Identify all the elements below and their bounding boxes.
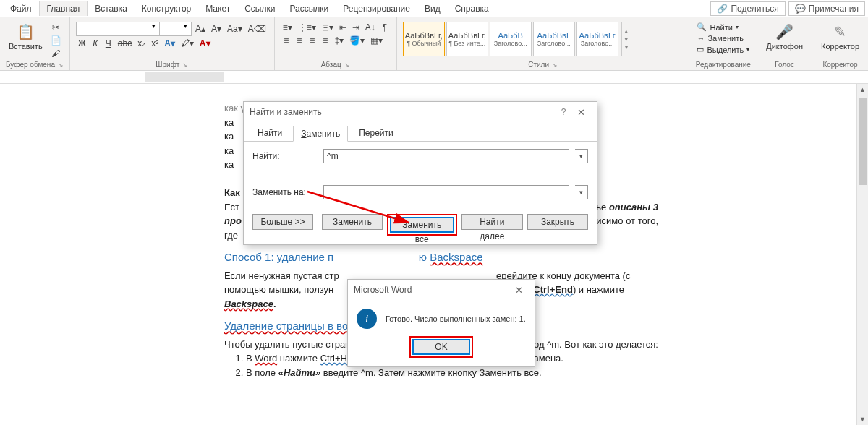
justify-icon[interactable]: ≡ (320, 35, 331, 46)
group-editing: 🔍Найти▾ ↔Заменить ▭Выделить▾ Редактирова… (689, 17, 757, 70)
tab-design[interactable]: Конструктор (135, 1, 198, 16)
show-marks-icon[interactable]: ¶ (379, 22, 391, 33)
tab-review[interactable]: Рецензирование (336, 1, 417, 16)
ruler (0, 71, 868, 84)
dec-indent-icon[interactable]: ⇤ (337, 22, 349, 33)
inc-indent-icon[interactable]: ⇥ (350, 22, 362, 33)
change-case-icon[interactable]: Aa▾ (225, 23, 244, 35)
editor-button[interactable]: ✎ Корректор (818, 22, 862, 52)
replace-label: Заменить на: (252, 187, 318, 197)
close-button[interactable]: Закрыть (527, 214, 588, 230)
align-center-icon[interactable]: ≡ (294, 35, 305, 46)
tab-help[interactable]: Справка (448, 1, 496, 16)
shrink-font-icon[interactable]: A▾ (209, 23, 224, 35)
borders-icon[interactable]: ▦▾ (368, 35, 385, 46)
more-button[interactable]: Больше >> (252, 214, 313, 230)
tab-view[interactable]: Вид (417, 1, 448, 16)
share-button[interactable]: 🔗Поделиться (710, 1, 785, 16)
message-dialog[interactable]: Microsoft Word ✕ i Готово. Число выполне… (347, 279, 535, 367)
italic-button[interactable]: К (90, 38, 101, 49)
comments-button[interactable]: 💬Примечания (788, 1, 865, 16)
paste-button[interactable]: 📋 Вставить (6, 22, 46, 52)
replace-all-button[interactable]: Заменить все (390, 217, 454, 233)
style-item-nospacing[interactable]: АаБбВвГг,¶ Без инте... (446, 22, 488, 56)
align-left-icon[interactable]: ≡ (281, 35, 292, 46)
numbering-icon[interactable]: ⋮≡▾ (296, 22, 318, 33)
styles-gallery[interactable]: АаБбВвГг,¶ Обычный АаБбВвГг,¶ Без инте..… (403, 22, 618, 56)
subscript-button[interactable]: x₂ (135, 38, 148, 49)
share-icon: 🔗 (717, 4, 728, 14)
align-right-icon[interactable]: ≡ (307, 35, 318, 46)
mic-icon: 🎤 (775, 23, 793, 40)
group-clipboard: 📋 Вставить ✂ 📄 🖌 Буфер обмена↘ (0, 17, 70, 70)
replace-input[interactable] (323, 185, 569, 199)
help-icon[interactable]: ? (556, 107, 571, 117)
group-paragraph: ≡▾ ⋮≡▾ ⊟▾ ⇤ ⇥ A↓ ¶ ≡ ≡ ≡ ≡ ‡▾ 🪣▾ ▦▾ Абза… (275, 17, 397, 70)
tab-mailings[interactable]: Рассылки (282, 1, 336, 16)
superscript-button[interactable]: x² (149, 38, 161, 49)
multilevel-icon[interactable]: ⊟▾ (320, 22, 336, 33)
find-dialog-tabs: ННайтиайти ЗаменитьЗаменить ПерейтиПерей… (244, 122, 597, 142)
highlight-icon[interactable]: 🖍▾ (179, 38, 196, 49)
tab-file[interactable]: Файл (3, 1, 39, 16)
launcher-icon[interactable]: ↘ (552, 61, 558, 69)
dialog-titlebar[interactable]: Найти и заменить ? ✕ (244, 102, 597, 122)
gallery-more-icon[interactable]: ▾ (622, 44, 631, 51)
select-button[interactable]: ▭Выделить▾ (695, 44, 751, 55)
replace-history-dropdown[interactable]: ▾ (575, 185, 588, 199)
bullets-icon[interactable]: ≡▾ (281, 22, 294, 33)
dictate-button[interactable]: 🎤 Диктофон (763, 22, 806, 52)
ok-button[interactable]: OK (412, 339, 470, 355)
tab-replace[interactable]: ЗаменитьЗаменить (293, 126, 348, 142)
cut-icon[interactable]: ✂ (48, 22, 64, 33)
format-painter-icon[interactable]: 🖌 (48, 48, 64, 59)
text-effects-icon[interactable]: A▾ (162, 38, 177, 49)
bold-button[interactable]: Ж (76, 38, 88, 49)
find-button[interactable]: 🔍Найти▾ (695, 22, 751, 33)
find-replace-dialog[interactable]: Найти и заменить ? ✕ ННайтиайти Заменить… (243, 101, 597, 245)
scroll-down-icon[interactable]: ▼ (857, 413, 868, 425)
dialog-title: Найти и заменить (250, 107, 322, 117)
gallery-down-icon[interactable]: ▼ (622, 36, 631, 43)
style-item-heading3[interactable]: АаБбВвГгЗаголово... (576, 22, 618, 56)
strike-button[interactable]: abc (116, 38, 134, 49)
shading-icon[interactable]: 🪣▾ (347, 35, 367, 46)
replace-one-button[interactable]: Заменить (322, 214, 383, 230)
sort-icon[interactable]: A↓ (363, 22, 378, 33)
underline-button[interactable]: Ч (103, 38, 114, 49)
vertical-scrollbar[interactable]: ▲ ▼ (856, 84, 868, 425)
style-item-normal[interactable]: АаБбВвГг,¶ Обычный (403, 22, 445, 56)
tab-home[interactable]: Главная (39, 1, 88, 16)
launcher-icon[interactable]: ↘ (58, 61, 64, 69)
font-color-icon[interactable]: A▾ (197, 38, 213, 49)
doc-heading-1: Способ 1: удаление п hidden by dialog ю … (224, 249, 658, 266)
dialog-titlebar[interactable]: Microsoft Word ✕ (348, 280, 535, 300)
tab-layout[interactable]: Макет (198, 1, 237, 16)
tab-goto[interactable]: ПерейтиПерейти (351, 125, 401, 141)
gallery-up-icon[interactable]: ▲ (622, 28, 631, 35)
line-spacing-icon[interactable]: ‡▾ (333, 35, 346, 46)
find-history-dropdown[interactable]: ▾ (575, 149, 588, 163)
paste-icon: 📋 (17, 23, 35, 40)
group-label-clipboard: Буфер обмена (6, 61, 55, 69)
copy-icon[interactable]: 📄 (48, 35, 64, 46)
style-item-heading1[interactable]: АаБбВЗаголово... (490, 22, 532, 56)
group-label-editing: Редактирование (696, 61, 751, 69)
search-icon: 🔍 (697, 22, 707, 32)
find-next-button[interactable]: Найти далее (461, 214, 523, 230)
tab-references[interactable]: Ссылки (237, 1, 282, 16)
style-item-heading2[interactable]: АаБбВвГЗаголово... (533, 22, 575, 56)
tab-find[interactable]: ННайтиайти (250, 125, 290, 141)
close-icon[interactable]: ✕ (571, 107, 591, 118)
scroll-up-icon[interactable]: ▲ (857, 84, 868, 95)
grow-font-icon[interactable]: A▴ (193, 23, 208, 35)
clear-format-icon[interactable]: A⌫ (246, 23, 268, 35)
font-name-combo[interactable]: ▾▾ (76, 22, 192, 36)
close-icon[interactable]: ✕ (509, 285, 529, 296)
tab-insert[interactable]: Вставка (88, 1, 135, 16)
launcher-icon[interactable]: ↘ (344, 61, 350, 69)
replace-button[interactable]: ↔Заменить (695, 33, 751, 43)
scroll-thumb[interactable] (859, 98, 867, 185)
find-input[interactable]: ^m (323, 149, 569, 163)
launcher-icon[interactable]: ↘ (182, 61, 188, 69)
